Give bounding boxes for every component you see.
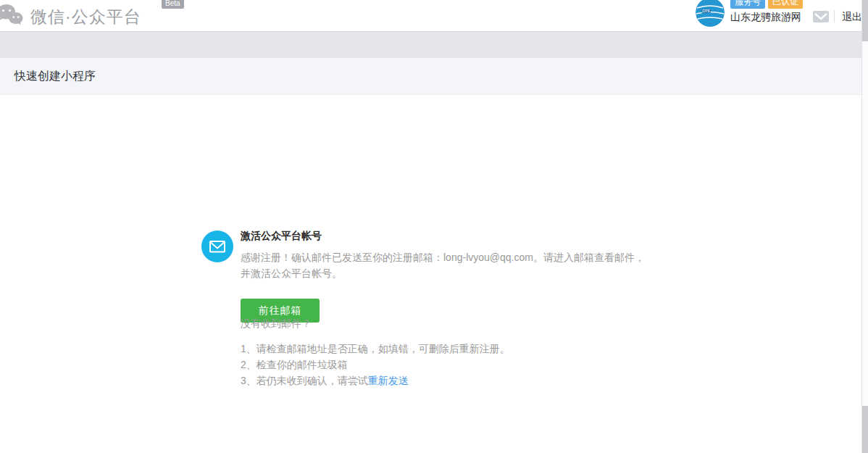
help-item: 2、检查你的邮件垃圾箱 bbox=[241, 357, 510, 373]
logo-title: 微信·公众平台 bbox=[30, 6, 141, 28]
svg-text:CITS: CITS bbox=[702, 9, 709, 13]
message-suffix: 。请进入邮箱查看邮件， bbox=[533, 252, 645, 263]
account-avatar[interactable]: CITS bbox=[696, 0, 725, 27]
account-name[interactable]: 山东龙骋旅游网 bbox=[730, 11, 801, 24]
logout-link[interactable]: 退出 bbox=[842, 11, 862, 24]
help-section: 没有收到邮件？ 1、请检查邮箱地址是否正确，如填错，可删除后重新注册。 2、检查… bbox=[241, 317, 510, 388]
message-line2: 并激活公众平台帐号。 bbox=[241, 267, 342, 279]
verified-badge: 已认证 bbox=[768, 0, 803, 9]
scrollbar-bottom-segment[interactable] bbox=[862, 406, 868, 453]
wechat-logo-icon bbox=[0, 3, 23, 31]
help-item: 3、若仍未收到确认，请尝试重新发送 bbox=[241, 373, 510, 388]
wechat-mp-logo[interactable]: 微信·公众平台 bbox=[0, 3, 141, 31]
activation-message: 感谢注册！确认邮件已发送至你的注册邮箱：long-lvyou@qq.com。请进… bbox=[241, 249, 690, 281]
help-title: 没有收到邮件？ bbox=[241, 317, 510, 331]
section-bar: 快速创建小程序 bbox=[0, 58, 868, 95]
help-item-text: 3、若仍未收到确认，请尝试 bbox=[241, 375, 368, 386]
page-title: 快速创建小程序 bbox=[14, 69, 96, 84]
beta-badge: Beta bbox=[162, 0, 184, 9]
scrollbar-thumb[interactable] bbox=[862, 0, 868, 41]
mail-icon bbox=[201, 230, 233, 262]
activation-panel: 激活公众平台帐号 感谢注册！确认邮件已发送至你的注册邮箱：long-lvyou@… bbox=[241, 230, 690, 323]
top-header: 微信·公众平台 Beta CITS 服务号 已认证 山东龙骋旅游网 bbox=[0, 0, 868, 31]
message-prefix: 感谢注册！确认邮件已发送至你的注册邮箱： bbox=[241, 252, 443, 263]
help-item: 1、请检查邮箱地址是否正确，如填错，可删除后重新注册。 bbox=[241, 341, 510, 357]
sub-header-band bbox=[0, 31, 868, 58]
header-divider bbox=[834, 10, 835, 22]
vertical-scrollbar[interactable] bbox=[861, 0, 868, 453]
activation-heading: 激活公众平台帐号 bbox=[241, 230, 690, 243]
registered-email: long-lvyou@qq.com bbox=[443, 252, 533, 263]
resend-link[interactable]: 重新发送 bbox=[368, 375, 409, 386]
page: 微信·公众平台 Beta CITS 服务号 已认证 山东龙骋旅游网 bbox=[0, 0, 868, 453]
service-account-badge: 服务号 bbox=[730, 0, 765, 9]
messages-envelope-icon[interactable] bbox=[813, 11, 829, 22]
account-badges: 服务号 已认证 bbox=[730, 0, 803, 9]
